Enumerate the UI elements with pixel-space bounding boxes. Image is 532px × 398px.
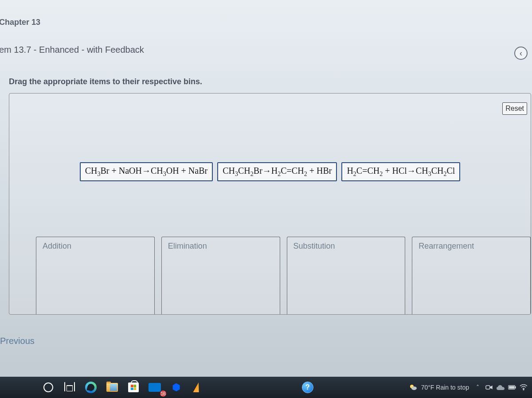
store-icon [128,382,139,392]
battery-icon[interactable] [508,383,516,391]
mail-icon [149,383,161,392]
bins-row: Addition Elimination Substitution Rearra… [36,237,531,314]
bin-label: Rearrangement [419,242,524,251]
bin-label: Elimination [168,242,274,251]
mail-badge: 16 [160,390,167,397]
weather-widget[interactable]: 70°F Rain to stop [409,383,469,392]
tray-chevron-icon[interactable]: ˄ [473,383,481,391]
winamp-button[interactable] [188,379,207,395]
lightning-icon [191,382,203,392]
bin-label: Substitution [293,242,399,251]
back-button[interactable]: ‹ [514,47,528,60]
page-content: Chapter 13 em 13.7 - Enhanced - with Fee… [0,0,532,315]
edge-icon [85,382,97,393]
help-button[interactable]: ? [298,379,317,395]
bin-elimination[interactable]: Elimination [161,237,280,314]
chapter-title: Chapter 13 [0,9,532,31]
dropbox-button[interactable]: ⬢ [167,379,185,395]
ms-store-button[interactable] [124,379,143,395]
weather-text: 70°F Rain to stop [421,384,469,391]
chem-item-3[interactable]: H2C=CH2 + HCl→CH3CH2Cl [341,162,460,181]
svg-point-6 [523,389,524,390]
system-tray: 70°F Rain to stop ˄ [409,383,528,392]
bin-label: Addition [43,242,148,251]
dropbox-icon: ⬢ [172,382,180,393]
bin-substitution[interactable]: Substitution [287,237,406,314]
previous-link[interactable]: Previous [0,336,35,346]
bin-rearrangement[interactable]: Rearrangement [412,237,531,314]
onedrive-icon[interactable] [497,383,505,391]
mail-button[interactable]: 16 [145,379,164,395]
weather-icon [409,383,418,392]
instruction-text: Drag the appropriate items to their resp… [0,70,532,93]
file-explorer-button[interactable] [103,379,121,395]
draggable-items-row: CH3Br + NaOH→CH3OH + NaBr CH3CH2Br→H2C=C… [9,162,531,181]
task-view-icon [64,383,75,391]
svg-rect-5 [509,386,514,388]
svg-point-1 [411,386,417,390]
help-icon: ? [302,382,313,393]
windows-taskbar: 16 ⬢ ? 70°F Rain to stop ˄ [0,377,532,398]
edge-button[interactable] [82,379,100,395]
reset-button[interactable]: Reset [502,102,527,115]
chem-item-1[interactable]: CH3Br + NaOH→CH3OH + NaBr [80,162,213,181]
bin-addition[interactable]: Addition [36,237,155,314]
chem-item-2[interactable]: CH3CH2Br→H2C=CH2 + HBr [217,162,337,181]
cortana-button[interactable] [39,379,58,395]
task-view-button[interactable] [60,379,79,395]
drag-drop-area: Reset CH3Br + NaOH→CH3OH + NaBr CH3CH2Br… [9,93,531,315]
cortana-icon [43,382,53,392]
wifi-icon[interactable] [520,383,528,391]
folder-icon [106,383,118,392]
svg-rect-4 [515,386,516,388]
problem-title: em 13.7 - Enhanced - with Feedback [0,31,532,64]
meet-now-icon[interactable] [485,383,493,391]
